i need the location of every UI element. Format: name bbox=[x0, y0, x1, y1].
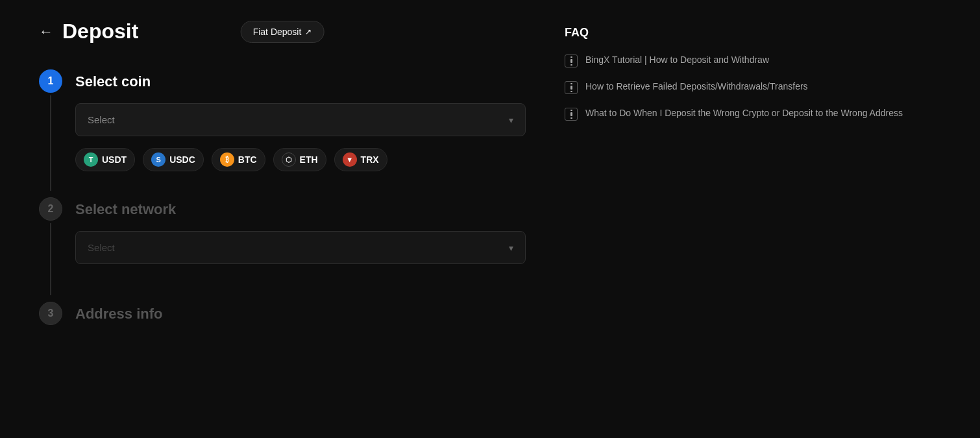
step-2-circle: 2 bbox=[39, 197, 62, 221]
step-1-indicator: 1 bbox=[39, 69, 62, 191]
step-3-section: 3 Address info bbox=[39, 302, 526, 355]
faq-item-2-text: How to Retrieve Failed Deposits/Withdraw… bbox=[585, 80, 808, 93]
faq-icon-1 bbox=[565, 55, 578, 67]
step-1-title: Select coin bbox=[75, 69, 526, 90]
left-panel: ← Deposit Fiat Deposit ↗ 1 Select coin S… bbox=[39, 19, 526, 361]
faq-title: FAQ bbox=[565, 26, 941, 40]
eth-label: ETH bbox=[300, 154, 318, 165]
network-chevron-down-icon: ▾ bbox=[509, 243, 513, 253]
step-2-indicator: 2 bbox=[39, 197, 62, 295]
coin-chip-usdc[interactable]: S USDC bbox=[143, 148, 204, 171]
chevron-down-icon: ▾ bbox=[509, 115, 513, 125]
faq-icon-2 bbox=[565, 81, 578, 94]
step-3-content: Address info bbox=[75, 302, 526, 355]
usdc-icon: S bbox=[151, 152, 165, 167]
step-3-title: Address info bbox=[75, 302, 526, 322]
fiat-deposit-button[interactable]: Fiat Deposit ↗ bbox=[241, 21, 325, 43]
page-header: ← Deposit Fiat Deposit ↗ bbox=[39, 19, 526, 43]
step-2-content: Select network Select ▾ bbox=[75, 197, 526, 295]
btc-icon: ₿ bbox=[220, 152, 234, 167]
trx-icon: ▼ bbox=[343, 152, 357, 167]
fiat-deposit-label: Fiat Deposit bbox=[253, 27, 302, 37]
faq-panel: FAQ BingX Tutorial | How to Deposit and … bbox=[565, 19, 941, 361]
usdc-label: USDC bbox=[169, 154, 195, 165]
step-1-section: 1 Select coin Select ▾ T USDT S bbox=[39, 69, 526, 191]
faq-item-3[interactable]: What to Do When I Deposit the Wrong Cryp… bbox=[565, 107, 941, 121]
eth-icon: ⬡ bbox=[282, 152, 296, 167]
network-select-dropdown[interactable]: Select ▾ bbox=[75, 231, 526, 264]
trx-label: TRX bbox=[361, 154, 379, 165]
coin-chips-list: T USDT S USDC ₿ BTC ⬡ ETH bbox=[75, 148, 526, 171]
coin-chip-trx[interactable]: ▼ TRX bbox=[334, 148, 387, 171]
coin-chip-usdt[interactable]: T USDT bbox=[75, 148, 135, 171]
step-2-title: Select network bbox=[75, 197, 526, 218]
btc-label: BTC bbox=[238, 154, 257, 165]
coin-chip-eth[interactable]: ⬡ ETH bbox=[273, 148, 326, 171]
step-2-line bbox=[50, 223, 51, 295]
usdt-label: USDT bbox=[102, 154, 127, 165]
step-3-indicator: 3 bbox=[39, 302, 62, 355]
network-dropdown-placeholder: Select bbox=[88, 242, 115, 253]
step-1-circle: 1 bbox=[39, 69, 62, 93]
step-1-line bbox=[50, 95, 51, 191]
faq-item-1[interactable]: BingX Tutorial | How to Deposit and With… bbox=[565, 54, 941, 67]
step-2-section: 2 Select network Select ▾ bbox=[39, 197, 526, 295]
page-title: Deposit bbox=[62, 19, 138, 43]
faq-item-2[interactable]: How to Retrieve Failed Deposits/Withdraw… bbox=[565, 80, 941, 94]
back-button[interactable]: ← bbox=[39, 23, 53, 40]
step-3-circle: 3 bbox=[39, 302, 62, 325]
coin-chip-btc[interactable]: ₿ BTC bbox=[212, 148, 265, 171]
step-1-content: Select coin Select ▾ T USDT S USDC ₿ bbox=[75, 69, 526, 191]
faq-item-3-text: What to Do When I Deposit the Wrong Cryp… bbox=[585, 107, 903, 120]
faq-icon-3 bbox=[565, 108, 578, 121]
faq-item-1-text: BingX Tutorial | How to Deposit and With… bbox=[585, 54, 769, 67]
usdt-icon: T bbox=[84, 152, 98, 167]
coin-select-dropdown[interactable]: Select ▾ bbox=[75, 103, 526, 136]
external-link-icon: ↗ bbox=[305, 27, 312, 36]
coin-dropdown-placeholder: Select bbox=[88, 114, 115, 125]
